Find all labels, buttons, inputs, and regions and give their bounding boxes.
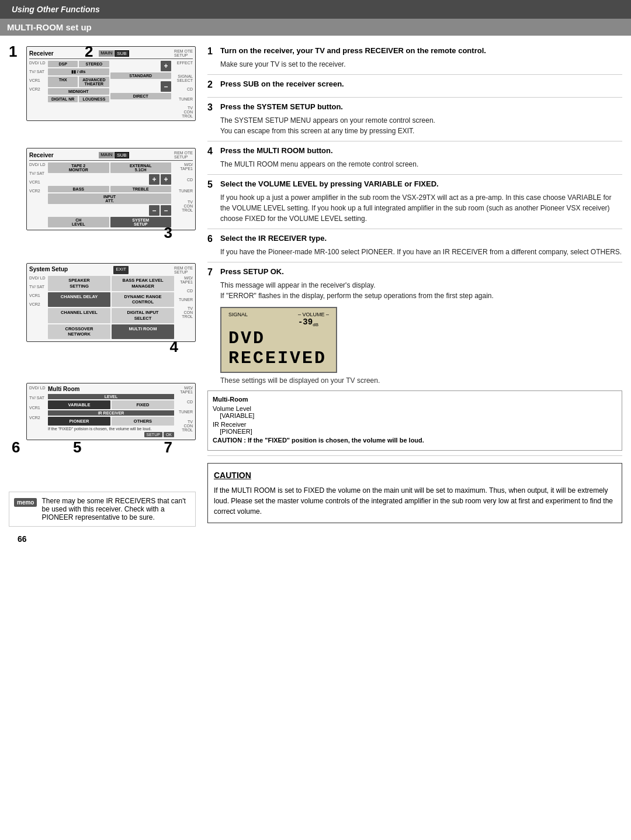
sub-label-2: SUB [115,152,129,158]
mr-title: Multi Room [48,386,174,392]
step-body-3: The SYSTEM SETUP MENU appears on your re… [207,115,622,136]
mr-info-caution: CAUTION : If the "FIXED" position is cho… [213,437,617,444]
memo-box: memo There may be some IR RECEIVERS that… [9,492,196,527]
label-6: 6 [12,438,20,457]
remote-setup-2: REM OTESETUP [174,151,193,159]
memo-icon: memo [14,498,37,507]
btn-loudness: LOUDNESS [79,96,109,102]
mr-info-ir: IR Receiver [PIONEER] [213,421,617,435]
btn-ch-level: CHLEVEL [48,217,109,227]
step-3: 3 Press the SYSTEM SETUP button. The SYS… [207,98,622,141]
step-num-6: 6 [207,234,217,244]
label-5: 5 [73,438,81,457]
mr-others[interactable]: OTHERS [112,417,174,426]
mr-level-label: LEVEL [48,394,174,399]
btn-advanced: ADVANCEDTHEATER [79,77,109,87]
step-title-6: Select the IR RECEIVER type. [220,234,327,243]
setup-channel-delay: CHANNEL DELAY [48,292,110,307]
step-num-2: 2 [207,79,217,90]
step-body-1: Make sure your TV is set to the receiver… [207,59,622,70]
side-tv-sat: TV/ SAT [29,70,47,74]
setup-crossover: CROSSOVERNETWORK [48,324,110,340]
step-title-7: Press SETUP OK. [220,267,284,276]
btn-bass: BASS [48,186,109,192]
section-title-bar: MULTI-ROOM set up [0,19,631,36]
exit-btn: EXIT [113,266,129,274]
step-title-2: Press SUB on the receiver screen. [220,79,344,88]
mr-info-title: Multi-Room [213,396,617,403]
memo-text: There may be some IR RECEIVERS that can'… [41,497,190,521]
step-body-7: This message will appear in the receiver… [207,280,622,301]
btn-digital-nr: DIGITAL NR [48,96,78,102]
caution-body: If the MULTI ROOM is set to FIXED the vo… [214,485,616,517]
label-1: 1 [9,43,17,61]
step-5: 5 Select the VOLUME LEVEL by pressing VA… [207,175,622,229]
btn-treble: TREBLE [110,186,172,192]
step-title-5: Select the VOLUME LEVEL by pressing VARI… [220,179,439,188]
btn-thx: THX [48,77,78,87]
label-2: 2 [85,43,93,61]
minus-btn-3: – [161,205,171,216]
mr-variable[interactable]: VARIABLE [48,400,110,409]
btn-system-setup: SYSTEMSETUP [110,217,172,227]
diagram-receiver2: Receiver MAIN SUB REM OTESETUP DVD/ LD T… [9,143,196,230]
setup-box: System Setup EXIT REM OTESETUP DVD/ LD T… [26,263,196,342]
sub-label-1: SUB [115,50,129,57]
multiroom-box: DVD/ LD TV/ SAT VCR1 VCR2 Multi Room LEV… [26,383,196,440]
step-6: 6 Select the IR RECEIVER type. If you ha… [207,229,622,262]
right-column: 1 Turn on the receiver, your TV and pres… [207,42,622,547]
btn-midnight: MIDNIGHT [48,88,109,95]
step-1: 1 Turn on the receiver, your TV and pres… [207,42,622,75]
side-vcr2: VCR2 [29,87,47,91]
minus-btn-2: – [149,205,160,216]
btn-standard: STANDARD [110,72,172,79]
step-body-6: If you have the Pioneer-made MR-100 sele… [207,247,622,257]
step-num-3: 3 [207,102,217,113]
setup-speaker: SPEAKERSETTING [48,276,110,291]
plus-btn-3: + [161,174,171,185]
display-signal: SIGNAL [228,312,248,327]
caution-title: CAUTION [214,469,616,482]
remote-setup-1: REM OTESETUP [174,49,193,57]
btn-direct: DIRECT [110,93,172,99]
page-number: 66 [9,531,196,547]
step-body-4: The MULTI ROOM menu appears on the remot… [207,159,622,170]
step-num-7: 7 [207,267,217,278]
setup-digital-input: DIGITAL INPUTSELECT [112,308,174,323]
plus-btn-1: + [161,61,171,71]
side-dvd-ld: DVD/ LD [29,61,47,65]
btn-tape2: TAPE 2MONITOR [48,163,109,173]
step-2: 2 Press SUB on the receiver screen. [207,75,622,98]
side-signal-select: SIGNALSELECT [172,74,193,82]
side-tv-control: TVCON TROL [172,106,193,118]
receiver-title-2: Receiver [29,152,54,158]
mr-note: If the "FIXED" potision is chosen, the v… [48,427,174,431]
step-num-5: 5 [207,179,217,190]
header-bar: Using Other Functions [0,0,631,19]
side-vcr1: VCR1 [29,78,47,82]
caution-box: CAUTION If the MULTI ROOM is set to FIXE… [207,463,622,523]
setup-dynamic: DYNAMIC RANGECONTROL [112,292,174,307]
btn-stereo: STEREO [79,61,109,67]
setup-multiroom: MULTI ROOM [112,324,174,340]
section-title-text: MULTI-ROOM set up [7,22,92,32]
setup-bass: BASS PEAK LEVELMANAGER [112,276,174,291]
side-cd: CD [172,87,193,91]
mr-setup-btn[interactable]: SETUP [144,432,162,437]
mr-ok-btn[interactable]: OK [164,432,174,437]
side-tuner: TUNER [172,97,193,101]
mr-pioneer[interactable]: PIONEER [48,417,110,426]
setup-grid: SPEAKERSETTING BASS PEAK LEVELMANAGER CH… [48,276,174,339]
step-num-4: 4 [207,146,217,157]
mr-fixed[interactable]: FIXED [112,400,174,409]
setup-channel-level: CHANNEL LEVEL [48,308,110,323]
receiver-box-2: Receiver MAIN SUB REM OTESETUP DVD/ LD T… [26,148,196,230]
display-text: DVDRECEIVED [228,329,329,368]
minus-btn-1: – [161,81,171,92]
btn-dd-dts: ▮▮ / dts [48,68,109,75]
btn-input-att: INPUTATT. [48,193,171,204]
diagram-multiroom: 6 5 DVD/ LD TV/ SAT VCR1 VCR2 Mult [9,383,196,440]
diagram-receiver1: 1 2 Receiver MAIN SUB REM OTESETUP [9,42,196,121]
step-title-4: Press the MULTI ROOM button. [220,146,333,155]
side-effect: EFFECT [172,61,193,65]
